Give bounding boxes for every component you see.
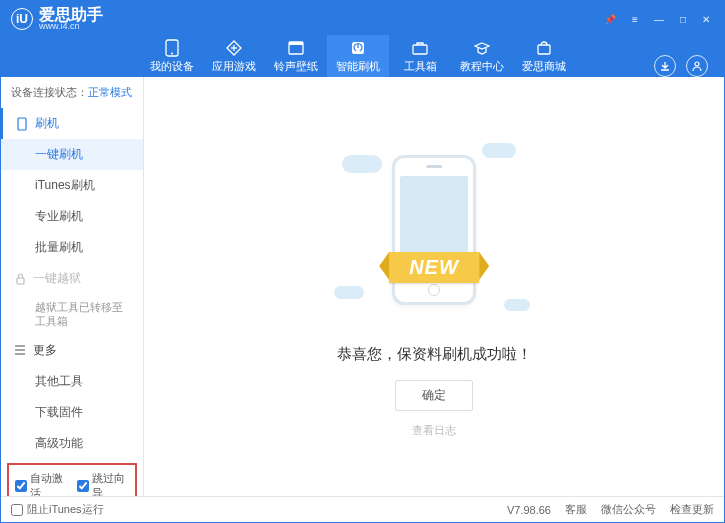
nav-tab-ringtones[interactable]: 铃声壁纸 [265,35,327,77]
sidebar-item-advanced[interactable]: 高级功能 [1,428,143,459]
title-bar: iU 爱思助手 www.i4.cn 📌 ≡ — □ ✕ [1,1,724,31]
store-icon [535,39,553,57]
app-url: www.i4.cn [39,22,103,32]
jailbreak-note: 越狱工具已转移至工具箱 [1,294,143,335]
phone-small-icon [15,117,29,131]
group-label: 刷机 [35,115,59,132]
sidebar-item-oneclick-flash[interactable]: 一键刷机 [1,139,143,170]
new-ribbon: NEW [389,252,479,283]
lock-icon [13,273,27,285]
nav-label: 教程中心 [460,59,504,74]
menu-button[interactable]: ≡ [628,14,642,25]
download-button[interactable] [654,55,676,77]
download-icon [659,60,671,72]
user-button[interactable] [686,55,708,77]
sidebar-group-more[interactable]: 更多 [1,335,143,366]
more-icon [13,345,27,355]
sidebar-item-download-firmware[interactable]: 下载固件 [1,397,143,428]
svg-point-1 [171,52,173,54]
sidebar-item-pro-flash[interactable]: 专业刷机 [1,201,143,232]
nav-tab-flash[interactable]: 智能刷机 [327,35,389,77]
header: iU 爱思助手 www.i4.cn 📌 ≡ — □ ✕ 我的设备 [1,1,724,77]
apps-icon [225,39,243,57]
svg-rect-6 [538,45,550,54]
nav-tab-toolbox[interactable]: 工具箱 [389,35,451,77]
header-right [654,55,714,77]
maximize-button[interactable]: □ [676,14,690,25]
group-label: 一键越狱 [33,270,81,287]
checkbox-block-itunes[interactable]: 阻止iTunes运行 [11,502,104,517]
sidebar-item-batch-flash[interactable]: 批量刷机 [1,232,143,263]
checkbox-input[interactable] [77,480,89,492]
svg-rect-5 [413,45,427,54]
nav-label: 铃声壁纸 [274,59,318,74]
toolbox-icon [411,39,429,57]
checkbox-label: 自动激活 [30,471,67,496]
checkbox-label: 阻止iTunes运行 [27,502,104,517]
nav-label: 智能刷机 [336,59,380,74]
footer: 阻止iTunes运行 V7.98.66 客服 微信公众号 检查更新 [1,496,724,522]
main-content: NEW 恭喜您，保资料刷机成功啦！ 确定 查看日志 [144,77,724,496]
checkbox-label: 跳过向导 [92,471,129,496]
body: 设备连接状态：正常模式 刷机 一键刷机 iTunes刷机 专业刷机 批量刷机 一… [1,77,724,496]
logo-area: iU 爱思助手 www.i4.cn [11,6,103,31]
checkbox-input[interactable] [15,480,27,492]
version-label: V7.98.66 [507,504,551,516]
success-message: 恭喜您，保资料刷机成功啦！ [337,345,532,364]
status-value: 正常模式 [88,86,132,98]
wechat-link[interactable]: 微信公众号 [601,502,656,517]
ok-button[interactable]: 确定 [395,380,473,411]
sidebar-group-flash[interactable]: 刷机 [1,108,143,139]
nav-tab-devices[interactable]: 我的设备 [141,35,203,77]
user-icon [691,60,703,72]
svg-rect-9 [17,278,24,284]
app-window: iU 爱思助手 www.i4.cn 📌 ≡ — □ ✕ 我的设备 [0,0,725,523]
pin-button[interactable]: 📌 [600,14,620,25]
connection-status: 设备连接状态：正常模式 [1,77,143,108]
nav-label: 我的设备 [150,59,194,74]
sidebar-item-itunes-flash[interactable]: iTunes刷机 [1,170,143,201]
update-link[interactable]: 检查更新 [670,502,714,517]
phone-icon [163,39,181,57]
nav-tab-tutorials[interactable]: 教程中心 [451,35,513,77]
nav-label: 爱思商城 [522,59,566,74]
nav-tab-store[interactable]: 爱思商城 [513,35,575,77]
checkbox-input[interactable] [11,504,23,516]
tutorial-icon [473,39,491,57]
footer-right: V7.98.66 客服 微信公众号 检查更新 [507,502,714,517]
svg-rect-3 [289,42,303,45]
close-button[interactable]: ✕ [698,14,714,25]
nav-tab-apps[interactable]: 应用游戏 [203,35,265,77]
svg-rect-8 [18,118,26,130]
view-log-link[interactable]: 查看日志 [412,423,456,438]
checkbox-auto-activate[interactable]: 自动激活 [15,471,67,496]
minimize-button[interactable]: — [650,14,668,25]
support-link[interactable]: 客服 [565,502,587,517]
flash-icon [349,39,367,57]
logo-icon: iU [11,8,33,30]
success-illustration: NEW [324,135,544,325]
sidebar-group-jailbreak[interactable]: 一键越狱 [1,263,143,294]
options-box: 自动激活 跳过向导 [7,463,137,496]
group-label: 更多 [33,342,57,359]
nav-label: 应用游戏 [212,59,256,74]
sidebar: 设备连接状态：正常模式 刷机 一键刷机 iTunes刷机 专业刷机 批量刷机 一… [1,77,144,496]
window-controls: 📌 ≡ — □ ✕ [600,14,714,25]
checkbox-skip-guide[interactable]: 跳过向导 [77,471,129,496]
svg-point-7 [695,62,699,66]
sidebar-item-other-tools[interactable]: 其他工具 [1,366,143,397]
nav-tabs: 我的设备 应用游戏 铃声壁纸 智能刷机 工具箱 [141,35,575,77]
status-label: 设备连接状态： [11,86,88,98]
nav-row: 我的设备 应用游戏 铃声壁纸 智能刷机 工具箱 [1,31,724,77]
wallpaper-icon [287,39,305,57]
nav-label: 工具箱 [404,59,437,74]
